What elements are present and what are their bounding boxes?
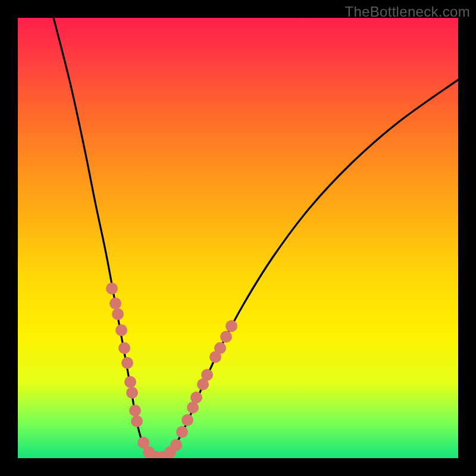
chart-marker (118, 342, 130, 354)
chart-marker (220, 331, 232, 343)
chart-marker (226, 320, 237, 332)
watermark-text: TheBottleneck.com (345, 4, 470, 20)
chart-frame: TheBottleneck.com (0, 0, 476, 476)
chart-svg (18, 18, 458, 458)
chart-marker (115, 324, 127, 336)
chart-plot-area (18, 18, 458, 458)
chart-marker (109, 298, 121, 309)
chart-marker (176, 426, 188, 438)
chart-marker (190, 392, 202, 403)
chart-markers (106, 283, 237, 458)
chart-marker (181, 414, 193, 426)
chart-marker (131, 415, 143, 427)
chart-marker (214, 342, 226, 354)
chart-marker (126, 387, 138, 399)
chart-marker (106, 283, 118, 295)
chart-marker (121, 357, 133, 369)
chart-marker (187, 402, 199, 414)
chart-marker (124, 376, 136, 388)
chart-marker (129, 405, 141, 416)
chart-marker (170, 439, 182, 451)
chart-marker (112, 308, 124, 320)
chart-marker (201, 369, 213, 381)
curve-left-branch (54, 18, 157, 458)
curve-right-branch (157, 80, 458, 458)
